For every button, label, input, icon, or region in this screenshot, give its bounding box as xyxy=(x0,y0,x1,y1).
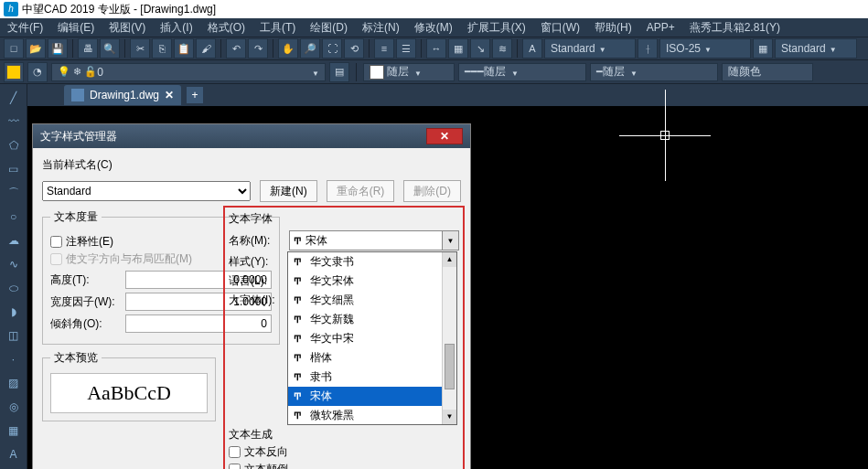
annotative-checkbox[interactable] xyxy=(50,236,62,248)
region-icon[interactable]: ◎ xyxy=(2,396,26,418)
menu-dim[interactable]: 标注(N) xyxy=(355,18,407,37)
font-item[interactable]: Ͳ华文细黑 xyxy=(288,291,456,310)
menu-view[interactable]: 视图(V) xyxy=(102,18,153,37)
font-item[interactable]: Ͳ微软雅黑 xyxy=(288,406,456,425)
circle-icon[interactable]: ○ xyxy=(2,206,26,228)
scroll-up-icon[interactable]: ▲ xyxy=(443,252,456,267)
new-icon[interactable]: □ xyxy=(4,38,24,59)
paste-icon[interactable]: 📋 xyxy=(174,38,194,59)
redo-icon[interactable]: ↷ xyxy=(248,38,268,59)
menu-modify[interactable]: 修改(M) xyxy=(407,18,460,37)
text-style-dropdown[interactable]: Standard xyxy=(544,38,636,59)
leader-icon[interactable]: ↘ xyxy=(470,38,490,59)
delete-button: 删除(D) xyxy=(403,180,461,202)
rect-icon[interactable]: ▭ xyxy=(2,158,26,180)
hatch-icon[interactable]: ▨ xyxy=(2,372,26,394)
tab-close-icon[interactable]: ✕ xyxy=(165,89,174,101)
cut-icon[interactable]: ✂ xyxy=(130,38,150,59)
layer-dropdown[interactable]: 💡 ❄ 🔓 0 xyxy=(51,63,326,81)
scroll-down-icon[interactable]: ▼ xyxy=(443,410,456,424)
dialog-titlebar[interactable]: 文字样式管理器 ✕ xyxy=(33,124,470,148)
save-icon[interactable]: 💾 xyxy=(48,38,68,59)
copy-icon[interactable]: ⎘ xyxy=(152,38,172,59)
match-icon[interactable]: 🖌 xyxy=(196,38,216,59)
lineweight-dropdown[interactable]: ━ 随层 xyxy=(590,63,718,81)
mtext-icon[interactable]: A xyxy=(2,443,26,465)
layer-toolbar: ◔ 💡 ❄ 🔓 0 ▤ 随层 ━━━ 随层 ━ 随层 随颜色 xyxy=(0,60,868,84)
tab-drawing1[interactable]: Drawing1.dwg ✕ xyxy=(64,85,181,105)
draw-toolbar: ╱ 〰 ⬠ ▭ ⌒ ○ ☁ ∿ ⬭ ◗ ◫ · ▨ ◎ ▦ A xyxy=(0,84,27,469)
font-dropdown-arrow[interactable] xyxy=(442,231,458,250)
pan-icon[interactable]: ✋ xyxy=(278,38,298,59)
tbl-style-icon[interactable]: ▦ xyxy=(753,38,773,59)
dim-style-icon[interactable]: ⟊ xyxy=(638,38,658,59)
block-icon[interactable]: ◫ xyxy=(2,325,26,346)
plotstyle-dropdown[interactable]: 随颜色 xyxy=(722,63,813,81)
print-icon[interactable]: 🖶 xyxy=(78,38,98,59)
preview-icon[interactable]: 🔍 xyxy=(100,38,120,59)
polygon-icon[interactable]: ⬠ xyxy=(2,134,26,156)
props-icon[interactable]: ☰ xyxy=(396,38,416,59)
zoom-icon[interactable]: 🔎 xyxy=(300,38,320,59)
new-style-button[interactable]: 新建(N) xyxy=(260,180,317,202)
font-item[interactable]: Ͳ隶书 xyxy=(288,368,456,387)
font-name-select[interactable]: Ͳ宋体 xyxy=(289,230,459,250)
font-item[interactable]: Ͳ华文中宋 xyxy=(288,329,456,348)
undo-icon[interactable]: ↶ xyxy=(226,38,246,59)
table-icon[interactable]: ▦ xyxy=(448,38,468,59)
menu-extend[interactable]: 扩展工具(X) xyxy=(460,18,533,37)
menu-edit[interactable]: 编辑(E) xyxy=(50,18,102,37)
color-dropdown[interactable]: 随层 xyxy=(363,63,455,81)
current-style-select[interactable]: Standard xyxy=(42,181,251,201)
scroll-thumb[interactable] xyxy=(445,344,455,389)
menu-yanxiu[interactable]: 燕秀工具箱2.81(Y) xyxy=(682,18,788,37)
tbl-style-dropdown[interactable]: Standard xyxy=(775,38,857,59)
revcloud-icon[interactable]: ☁ xyxy=(2,229,26,251)
font-item-selected[interactable]: Ͳ宋体 xyxy=(288,387,456,406)
pline-icon[interactable]: 〰 xyxy=(2,111,26,133)
zoomwin-icon[interactable]: ⛶ xyxy=(322,38,342,59)
dropdown-scrollbar[interactable]: ▲ ▼ xyxy=(442,252,456,424)
layers-icon[interactable]: ≡ xyxy=(374,38,394,59)
gen-legend: 文本生成 xyxy=(229,427,459,442)
backwards-checkbox[interactable] xyxy=(229,446,241,458)
layerstate-icon[interactable]: ▤ xyxy=(329,62,349,82)
font-item[interactable]: Ͳ华文新魏 xyxy=(288,310,456,329)
menu-file[interactable]: 文件(F) xyxy=(0,18,50,37)
app-titlebar: h 中望CAD 2019 专业版 - [Drawing1.dwg] xyxy=(0,0,868,18)
layer-mgr-icon[interactable]: ◔ xyxy=(27,62,48,82)
line-icon[interactable]: ╱ xyxy=(2,87,26,109)
font-item[interactable]: Ͳ华文隶书 xyxy=(288,252,456,272)
open-icon[interactable]: 📂 xyxy=(26,38,46,59)
ellipse-icon[interactable]: ⬭ xyxy=(2,277,26,299)
dialog-title: 文字样式管理器 xyxy=(40,129,117,144)
preview-sample: AaBbCcD xyxy=(50,373,208,413)
menu-app[interactable]: APP+ xyxy=(639,19,682,36)
app-icon: h xyxy=(4,2,18,16)
font-dropdown-list[interactable]: Ͳ华文隶书 Ͳ华文宋体 Ͳ华文细黑 Ͳ华文新魏 Ͳ华文中宋 Ͳ楷体 Ͳ隶书 Ͳ宋… xyxy=(287,251,457,425)
menu-draw[interactable]: 绘图(D) xyxy=(303,18,355,37)
spline-icon[interactable]: ∿ xyxy=(2,253,26,275)
ellipsearc-icon[interactable]: ◗ xyxy=(2,301,26,323)
layer-yellow-icon[interactable] xyxy=(4,62,24,82)
menu-help[interactable]: 帮助(H) xyxy=(587,18,639,37)
linetype-dropdown[interactable]: ━━━ 随层 xyxy=(458,63,586,81)
table-draw-icon[interactable]: ▦ xyxy=(2,420,26,442)
menu-window[interactable]: 窗口(W) xyxy=(533,18,587,37)
zoomprev-icon[interactable]: ⟲ xyxy=(344,38,364,59)
arc-icon[interactable]: ⌒ xyxy=(2,182,26,204)
font-item[interactable]: Ͳ华文宋体 xyxy=(288,272,456,291)
font-legend: 文本字体 xyxy=(229,211,459,227)
dialog-close-button[interactable]: ✕ xyxy=(426,128,463,144)
tab-add-button[interactable]: + xyxy=(187,87,203,103)
point-icon[interactable]: · xyxy=(2,348,26,370)
font-item[interactable]: Ͳ楷体 xyxy=(288,348,456,368)
dim-icon[interactable]: ↔ xyxy=(426,38,446,59)
menu-format[interactable]: 格式(O) xyxy=(200,18,252,37)
dim-style-dropdown[interactable]: ISO-25 xyxy=(659,38,751,59)
menu-tools[interactable]: 工具(T) xyxy=(252,18,303,37)
mline-icon[interactable]: ≋ xyxy=(492,38,512,59)
upsidedown-checkbox[interactable] xyxy=(229,464,241,469)
menu-insert[interactable]: 插入(I) xyxy=(153,18,199,37)
text-style-icon[interactable]: A xyxy=(522,38,542,59)
